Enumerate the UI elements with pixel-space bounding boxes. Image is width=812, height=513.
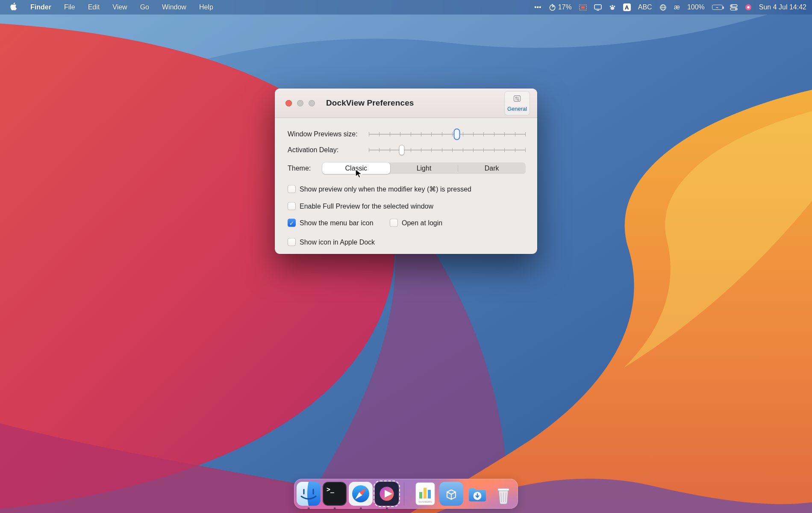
- preferences-window: DockView Preferences General Window Prev…: [275, 88, 537, 254]
- safari-icon: [349, 482, 373, 506]
- pink-app-status-item[interactable]: [745, 4, 752, 11]
- ae-ligature-status-item[interactable]: æ: [674, 3, 680, 11]
- apple-dock-icon-checkbox[interactable]: [288, 238, 296, 246]
- menu-item-edit[interactable]: Edit: [82, 3, 106, 11]
- general-pane-label: General: [507, 106, 527, 112]
- activation-delay-slider-thumb[interactable]: [400, 145, 404, 155]
- battery-percentage: 100%: [687, 3, 705, 11]
- menu-bar-icon-checkbox-label: Show the menu bar icon: [300, 219, 374, 227]
- modifier-key-checkbox-label: Show preview only when the modifier key …: [300, 185, 471, 193]
- menu-bar-clock[interactable]: Sun 4 Jul 14:42: [759, 3, 806, 11]
- dock-item-finder[interactable]: [297, 482, 321, 506]
- abc-input-status-item[interactable]: ABC: [638, 3, 652, 11]
- checkbox-row-menu-bar-icon: Show the menu bar icon: [288, 219, 374, 227]
- dock-item-trash[interactable]: [491, 482, 515, 506]
- general-pane-icon: [513, 95, 521, 104]
- media-app-icon: [375, 482, 399, 506]
- dock-item-blue-box-app[interactable]: [439, 482, 463, 506]
- toggle-switches-icon: [730, 4, 738, 11]
- dock-item-safari[interactable]: [349, 482, 373, 506]
- svg-text:>_: >_: [327, 486, 335, 493]
- previews-size-slider[interactable]: [369, 129, 526, 139]
- slider-tick-marks: [369, 132, 526, 136]
- menu-item-window[interactable]: Window: [156, 3, 193, 11]
- menu-item-help[interactable]: Help: [193, 3, 220, 11]
- full-preview-checkbox[interactable]: [288, 202, 296, 210]
- overflow-ellipsis-menu[interactable]: •••: [534, 3, 541, 11]
- running-indicator-dot: [360, 507, 362, 510]
- checkbox-row-modifier-key: Show preview only when the modifier key …: [288, 185, 471, 193]
- paw-icon: [609, 4, 616, 11]
- theme-option-light[interactable]: Light: [390, 162, 458, 174]
- checkbox-row-open-at-login: Open at login: [390, 219, 442, 227]
- timer-percentage: 17%: [558, 3, 572, 11]
- finder-icon: [297, 482, 321, 506]
- dock-item-media-app[interactable]: [375, 482, 399, 506]
- theme-label: Theme:: [288, 165, 311, 172]
- display-icon: [594, 4, 602, 11]
- full-preview-checkbox-label: Enable Full Preview for the selected win…: [300, 202, 433, 210]
- menu-item-go[interactable]: Go: [134, 3, 156, 11]
- activation-delay-label: Activation Delay:: [288, 146, 338, 154]
- desktop: { "menu_bar": { "app_name": "Finder", "i…: [0, 0, 812, 513]
- checkbox-row-full-preview: Enable Full Preview for the selected win…: [288, 202, 433, 210]
- zoom-button[interactable]: [309, 100, 315, 106]
- terminal-icon: >_: [323, 482, 347, 506]
- input-source-icon[interactable]: A: [623, 3, 631, 11]
- traffic-lights: [285, 100, 315, 106]
- activation-delay-slider[interactable]: [369, 145, 526, 155]
- open-at-login-checkbox[interactable]: [390, 219, 398, 227]
- dock-item-terminal[interactable]: >_: [323, 482, 347, 506]
- toolbar-tab-general[interactable]: General: [504, 91, 530, 115]
- window-title: DockView Preferences: [326, 98, 414, 108]
- checkbox-row-apple-dock-icon: Show icon in Apple Dock: [288, 238, 375, 246]
- running-indicator-dot: [334, 507, 336, 510]
- menu-item-file[interactable]: File: [58, 3, 82, 11]
- mouse-cursor: [355, 169, 363, 181]
- trash-icon: [491, 482, 515, 506]
- previews-size-label: Window Previews size:: [288, 130, 358, 138]
- dock-separator: [404, 482, 404, 505]
- apple-logo-icon: [10, 3, 17, 12]
- display-mirroring-status-item[interactable]: [594, 4, 602, 11]
- timer-icon: [549, 4, 556, 11]
- numbers-document-icon: NUMBERS: [413, 482, 437, 506]
- globe-status-item[interactable]: [659, 4, 667, 11]
- running-indicator-dot: [308, 507, 310, 510]
- menu-bar: Finder File Edit View Go Window Help •••…: [0, 0, 812, 15]
- svg-text:NUMBERS: NUMBERS: [418, 501, 432, 503]
- running-indicator-dot: [386, 507, 388, 510]
- apple-dock-icon-checkbox-label: Show icon in Apple Dock: [300, 238, 375, 246]
- menu-item-view[interactable]: View: [106, 3, 133, 11]
- menu-item-finder[interactable]: Finder: [24, 3, 58, 11]
- close-button[interactable]: [285, 100, 292, 106]
- toggles-status-item[interactable]: [730, 4, 738, 11]
- menu-bar-status-area: ••• 17% A ABC æ 100% ⌁ Sun 4 Jul 14:42: [534, 0, 812, 15]
- screen-capture-icon: [579, 4, 587, 11]
- battery-charging-icon[interactable]: ⌁: [712, 5, 723, 10]
- modifier-key-checkbox[interactable]: [288, 185, 296, 193]
- menu-bar-left: Finder File Edit View Go Window Help: [0, 0, 220, 15]
- dock-item-numbers-document[interactable]: NUMBERS: [413, 482, 437, 506]
- theme-segmented-control: Classic Light Dark: [322, 162, 526, 174]
- screen-capture-status-item[interactable]: [579, 4, 587, 11]
- previews-size-slider-thumb[interactable]: [454, 130, 459, 139]
- downloads-folder-icon: [465, 482, 489, 506]
- globe-icon: [659, 4, 667, 11]
- blue-box-app-icon: [439, 482, 463, 506]
- window-titlebar: DockView Preferences General: [275, 88, 537, 118]
- open-at-login-checkbox-label: Open at login: [402, 219, 442, 227]
- dock: >_: [294, 479, 518, 509]
- dock-item-downloads[interactable]: [465, 482, 489, 506]
- apple-menu[interactable]: [0, 0, 24, 15]
- theme-option-dark[interactable]: Dark: [458, 162, 526, 174]
- slider-tick-marks: [369, 148, 526, 152]
- timer-status-item[interactable]: 17%: [549, 3, 572, 11]
- pink-app-icon: [745, 4, 752, 11]
- paw-utility-status-item[interactable]: [609, 4, 616, 11]
- wallpaper-image: [0, 0, 812, 513]
- menu-bar-icon-checkbox[interactable]: [288, 219, 296, 227]
- minimize-button[interactable]: [297, 100, 303, 106]
